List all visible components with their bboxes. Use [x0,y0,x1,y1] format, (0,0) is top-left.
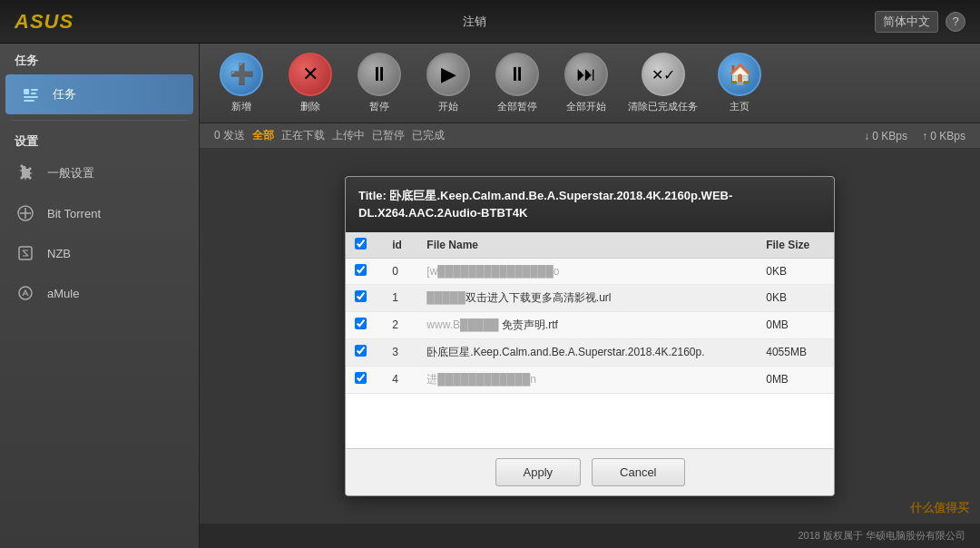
dialog-footer: Apply Cancel [346,448,834,495]
file-table: id File Name File Size 0 [w█████████████… [346,232,834,394]
sidebar-item-tasks[interactable]: 任务 [5,74,193,114]
row2-checkbox[interactable] [355,318,367,329]
svg-rect-2 [31,93,36,94]
table-row: 1 █████双击进入下载更多高清影视.url 0KB [346,284,834,311]
delete-icon: ✕ [289,53,332,96]
svg-rect-3 [24,96,38,98]
help-button[interactable]: ? [946,12,965,32]
paused-tab[interactable]: 已暂停 [372,128,405,143]
tasks-label: 任务 [53,86,76,103]
row1-filesize: 0KB [757,284,834,311]
main-layout: 任务 任务 设置 一般设置 Bit Torrent NZB [0,44,980,548]
row1-checkbox-cell [346,284,383,311]
nzb-label: NZB [47,247,71,260]
pause-button[interactable]: ⏸ 暂停 [352,53,407,113]
add-icon: ➕ [220,53,263,96]
table-row: 4 进████████████n 0MB [346,366,834,393]
start-all-icon: ⏭ [564,53,608,96]
content-body: Title: 卧底巨星.Keep.Calm.and.Be.A.Superstar… [200,149,980,524]
uploading-tab[interactable]: 上传中 [332,128,365,143]
upload-speed: ↑ 0 KBps [922,130,965,142]
sidebar-divider [11,120,188,121]
header: ASUS 注销 简体中文 ? [0,0,980,44]
row3-checkbox[interactable] [355,345,367,357]
row0-id: 0 [383,258,417,284]
row4-checkbox-cell [346,366,383,393]
pause-all-button[interactable]: ⏸ 全部暂停 [490,53,544,113]
dialog-overlay: Title: 卧底巨星.Keep.Calm.and.Be.A.Superstar… [200,149,980,524]
bittorrent-label: Bit Torrent [47,207,101,220]
tasks-section-title: 任务 [0,44,199,74]
amule-icon [13,280,38,306]
language-selector[interactable]: 简体中文 [875,11,938,33]
clear-completed-icon: ✕✓ [642,53,685,96]
svg-point-8 [19,287,32,299]
start-all-label: 全部开始 [566,100,606,113]
row2-filename: www.B█████ 免责声明.rtf [417,311,757,338]
row2-id: 2 [383,311,417,338]
start-button[interactable]: ▶ 开始 [421,53,475,113]
id-column-header: id [383,232,417,259]
home-label: 主页 [730,100,750,113]
home-button[interactable]: 🏠 主页 [712,53,767,113]
row4-checkbox[interactable] [355,372,367,384]
row1-filename: █████双击进入下载更多高清影视.url [417,284,757,311]
sidebar-item-nzb[interactable]: NZB [0,233,199,273]
download-speed: ↓ 0 KBps [864,130,907,142]
row1-checkbox[interactable] [355,290,367,302]
filename-column-header: File Name [417,232,757,259]
speed-indicators: ↓ 0 KBps ↑ 0 KBps [864,130,965,142]
cancel-button[interactable]: Cancel [592,458,684,486]
select-all-checkbox[interactable] [355,238,367,250]
row4-filesize: 0MB [757,366,834,393]
pause-all-label: 全部暂停 [497,100,537,113]
row2-filesize: 0MB [757,311,834,338]
svg-rect-0 [24,89,29,94]
delete-button[interactable]: ✕ 删除 [283,53,338,113]
row0-checkbox-cell [346,258,383,284]
filesize-column-header: File Size [757,232,834,259]
all-tab[interactable]: 全部 [252,128,274,143]
apply-button[interactable]: Apply [495,458,582,486]
asus-logo: ASUS [15,10,74,34]
start-icon: ▶ [426,53,470,96]
header-right: 简体中文 ? [875,11,965,33]
completed-tab[interactable]: 已完成 [412,128,445,143]
clear-completed-button[interactable]: ✕✓ 清除已完成任务 [628,53,698,113]
dialog-spacer [346,394,834,448]
start-all-button[interactable]: ⏭ 全部开始 [559,53,613,113]
amule-label: aMule [47,287,79,300]
downloading-tab[interactable]: 正在下载 [281,128,325,143]
sidebar-item-amule[interactable]: aMule [0,273,199,313]
sidebar-item-bittorrent[interactable]: Bit Torrent [0,193,199,233]
row4-filename: 进████████████n [417,366,757,393]
clear-completed-label: 清除已完成任务 [628,100,698,113]
general-settings-label: 一般设置 [47,165,94,181]
row0-filename: [w███████████████o [417,258,757,284]
home-icon: 🏠 [718,53,761,96]
table-row: 3 卧底巨星.Keep.Calm.and.Be.A.Superstar.2018… [346,338,834,366]
row2-checkbox-cell [346,311,383,338]
cancel-link[interactable]: 注销 [463,14,486,30]
sidebar-item-general[interactable]: 一般设置 [0,153,199,193]
row3-filename: 卧底巨星.Keep.Calm.and.Be.A.Superstar.2018.4… [417,338,757,366]
toolbar: ➕ 新增 ✕ 删除 ⏸ 暂停 ▶ 开始 ⏸ 全部暂停 ⏭ 全部开始 [200,44,980,123]
delete-label: 删除 [300,100,320,113]
checkbox-column-header [346,232,383,259]
content: ➕ 新增 ✕ 删除 ⏸ 暂停 ▶ 开始 ⏸ 全部暂停 ⏭ 全部开始 [200,44,980,548]
row1-id: 1 [383,284,417,311]
header-center: 注销 [463,14,486,30]
pause-all-icon: ⏸ [495,53,539,96]
row0-checkbox[interactable] [355,264,367,276]
copyright-text: 2018 版权属于 华硕电脑股份有限公司 [798,530,965,541]
row3-id: 3 [383,338,417,366]
bittorrent-icon [13,201,38,226]
footer: 2018 版权属于 华硕电脑股份有限公司 [200,524,980,548]
svg-rect-1 [31,89,38,91]
add-button[interactable]: ➕ 新增 [214,53,269,113]
svg-rect-4 [24,100,34,102]
start-label: 开始 [438,100,458,113]
row4-id: 4 [383,366,417,393]
settings-section-title: 设置 [0,126,199,153]
pause-label: 暂停 [369,100,389,113]
